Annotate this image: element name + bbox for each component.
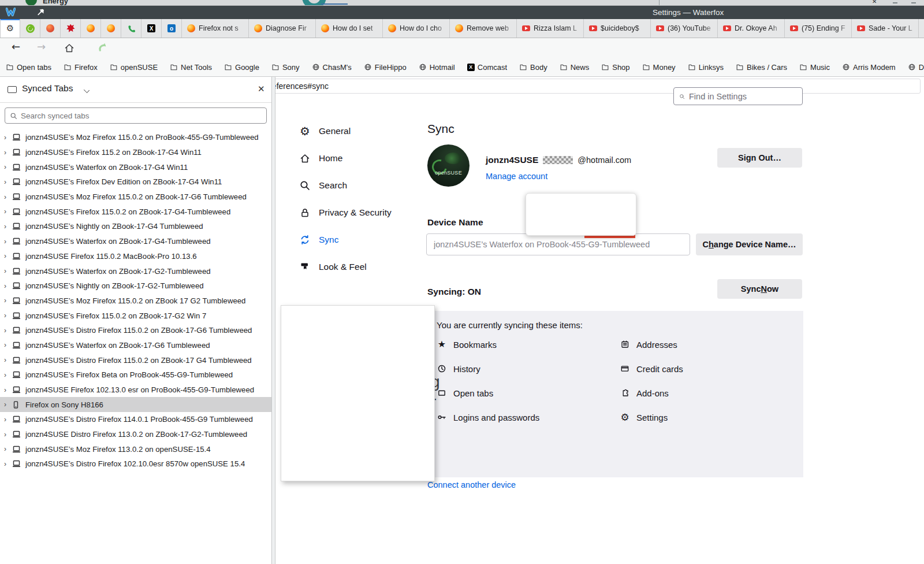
bookmark-item[interactable]: Open tabs <box>6 63 51 72</box>
device-row[interactable]: › jonzn4SUSE’s Firefox 115.0.2 on ZBook-… <box>0 308 271 323</box>
device-row[interactable]: › jonzn4SUSE’s Nightly on ZBook-17-G2-Tu… <box>0 279 271 294</box>
bookmark-item[interactable]: News <box>560 63 590 72</box>
sign-out-button[interactable]: Sign Out… <box>717 148 802 168</box>
reload-up-icon[interactable] <box>97 42 108 53</box>
chevron-down-icon[interactable] <box>84 87 90 93</box>
forward-button[interactable]: → <box>37 40 46 53</box>
browser-tab[interactable]: How do I set <box>316 19 383 38</box>
pinned-tab[interactable] <box>121 19 141 38</box>
expand-chevron-icon[interactable]: › <box>4 460 12 468</box>
nav-item-sync[interactable]: Sync <box>299 231 392 248</box>
expand-chevron-icon[interactable]: › <box>4 238 12 246</box>
device-row[interactable]: › jonzn4SUSE’s Waterfox on ZBook-17-G2-T… <box>0 264 271 279</box>
expand-chevron-icon[interactable]: › <box>4 149 12 157</box>
expand-chevron-icon[interactable]: › <box>4 252 12 260</box>
tab-settings-active[interactable]: ⚙ <box>0 19 20 38</box>
expand-chevron-icon[interactable]: › <box>4 311 12 320</box>
expand-chevron-icon[interactable]: › <box>4 356 12 364</box>
pinned-tab[interactable] <box>40 19 61 38</box>
bookmark-item[interactable]: Firefox <box>64 63 98 72</box>
find-settings-input[interactable] <box>689 92 797 101</box>
bookmark-item[interactable]: Google <box>224 63 259 72</box>
device-row[interactable]: › jonzn4SUSE Distro Firefox 113.0.2 on Z… <box>0 427 271 442</box>
bookmark-item[interactable]: Download Drive <box>908 63 924 72</box>
browser-tab[interactable]: (75) Ending F <box>785 19 852 38</box>
bookmark-item[interactable]: Shop <box>601 63 629 72</box>
expand-chevron-icon[interactable]: › <box>4 445 12 453</box>
nav-item-look-feel[interactable]: Look & Feel <box>299 258 392 276</box>
expand-chevron-icon[interactable]: › <box>4 222 12 231</box>
browser-tab[interactable]: Dr. Okoye Ah <box>718 19 785 38</box>
bookmark-item[interactable]: ChasM's <box>312 63 352 72</box>
device-name-input[interactable] <box>426 233 690 255</box>
manage-account-link[interactable]: Manage account <box>486 172 547 181</box>
nav-item-general[interactable]: ⚙ General <box>299 123 392 140</box>
expand-chevron-icon[interactable]: › <box>4 178 12 186</box>
url-bar[interactable]: Waterfox about:preferences#sync <box>177 79 921 94</box>
bookmark-item[interactable]: Linksys <box>688 63 724 72</box>
browser-tab[interactable]: Sade - Your L <box>852 19 919 38</box>
bookmark-item[interactable]: Arris Modem <box>842 63 896 72</box>
expand-chevron-icon[interactable]: › <box>4 296 12 305</box>
browser-tab[interactable]: Diagnose Fir <box>249 19 316 38</box>
bookmark-item[interactable]: Hotmail <box>419 63 455 72</box>
change-device-name-button[interactable]: Change Device Name… <box>696 233 803 255</box>
home-button[interactable] <box>64 42 75 54</box>
device-row[interactable]: › jonzn4SUSE Firefox 115.0.2 MacBook-Pro… <box>0 249 271 264</box>
nav-item-privacy-security[interactable]: Privacy & Security <box>299 204 392 221</box>
browser-tab[interactable]: Firefox not s <box>182 19 249 38</box>
pin-tab-icon[interactable] <box>37 8 45 16</box>
bookmark-item[interactable]: Music <box>799 63 830 72</box>
device-row[interactable]: › jonzn4SUSE’s Distro Firefox 102.10.0es… <box>0 457 271 472</box>
bookmark-item[interactable]: Money <box>642 63 676 72</box>
expand-chevron-icon[interactable]: › <box>4 341 12 349</box>
connect-another-device-link[interactable]: Connect another device <box>427 480 516 489</box>
back-button[interactable]: ← <box>12 40 20 53</box>
expand-chevron-icon[interactable]: › <box>4 163 12 171</box>
device-row[interactable]: › Firefox on Sony H8166 <box>0 397 271 412</box>
pinned-tab[interactable] <box>81 19 101 38</box>
expand-chevron-icon[interactable]: › <box>4 207 12 216</box>
expand-chevron-icon[interactable]: › <box>4 415 12 424</box>
bookmark-item[interactable]: X Comcast <box>467 63 507 72</box>
expand-chevron-icon[interactable]: › <box>4 282 12 290</box>
browser-tab[interactable]: Remove web <box>450 19 517 38</box>
device-row[interactable]: › jonzn4SUSE’s Nightly on ZBook-17-G4 Tu… <box>0 219 271 234</box>
device-row[interactable]: › jonzn4SUSE’s Waterfox on ZBook-17-G6 T… <box>0 338 271 353</box>
search-input[interactable] <box>21 112 262 120</box>
sync-now-button[interactable]: Sync Now <box>717 279 802 299</box>
pinned-tab[interactable]: X X <box>141 19 162 38</box>
expand-chevron-icon[interactable]: › <box>4 400 12 409</box>
expand-chevron-icon[interactable]: › <box>4 267 12 275</box>
pinned-tab[interactable] <box>20 19 40 38</box>
device-row[interactable]: › jonzn4SUSE’s Firefox 115.2 on ZBook-17… <box>0 145 271 160</box>
expand-chevron-icon[interactable]: › <box>4 193 12 201</box>
account-avatar[interactable]: openSUSE <box>427 144 470 187</box>
device-row[interactable]: › jonzn4SUSE’s Waterfox on ZBook-17-G4 W… <box>0 159 271 175</box>
bookmark-item[interactable]: Body <box>519 63 547 72</box>
device-row[interactable]: › jonzn4SUSE’s Moz Firefox 115.0.2 on ZB… <box>0 190 271 205</box>
expand-chevron-icon[interactable]: › <box>4 326 12 335</box>
sidebar-splitter[interactable] <box>271 77 275 564</box>
device-row[interactable]: › jonzn4SUSE’s Waterfox on ZBook-17-G4-T… <box>0 234 271 249</box>
browser-tab[interactable]: How do I cho <box>383 19 450 38</box>
device-row[interactable]: › jonzn4SUSE’s Moz Firefox 115.0.2 on ZB… <box>0 294 271 309</box>
close-icon[interactable]: ✕ <box>258 84 265 94</box>
device-row[interactable]: › jonzn4SUSE’s Firefox Beta on ProBook-4… <box>0 368 271 383</box>
nav-item-home[interactable]: Home <box>299 150 392 167</box>
device-row[interactable]: › jonzn4SUSE Firefox 102.13.0 esr on Pro… <box>0 383 271 398</box>
find-in-settings[interactable] <box>673 87 803 105</box>
bookmark-item[interactable]: FileHippo <box>364 63 407 72</box>
device-row[interactable]: › jonzn4SUSE’s Distro Firefox 114.0.1 Pr… <box>0 412 271 427</box>
browser-tab[interactable]: $uicideboy$ <box>584 19 651 38</box>
expand-chevron-icon[interactable]: › <box>4 133 12 142</box>
device-row[interactable]: › jonzn4SUSE’s Firefox 115.0.2 on ZBook-… <box>0 204 271 219</box>
expand-chevron-icon[interactable]: › <box>4 431 12 439</box>
browser-tab[interactable]: Rizza Islam L <box>517 19 584 38</box>
expand-chevron-icon[interactable]: › <box>4 371 12 379</box>
device-row[interactable]: › jonzn4SUSE’s Distro Firefox 115.0.2 on… <box>0 323 271 338</box>
pinned-tab[interactable]: o o <box>162 19 182 38</box>
bookmark-item[interactable]: Bikes / Cars <box>736 63 787 72</box>
expand-chevron-icon[interactable]: › <box>4 386 12 394</box>
bookmark-item[interactable]: Net Tools <box>170 63 212 72</box>
